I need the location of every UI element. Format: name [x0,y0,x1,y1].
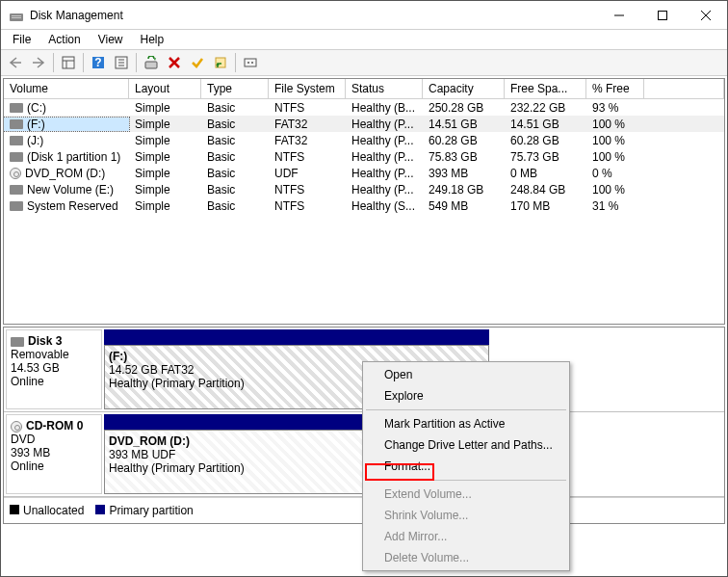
menu-item-change-drive-letter-and-paths[interactable]: Change Drive Letter and Paths... [365,434,567,456]
menu-item-add-mirror: Add Mirror... [365,526,567,547]
dvd-icon [10,168,21,179]
menu-separator [366,409,566,410]
disk-kind: Removable [11,348,69,361]
menu-item-format[interactable]: Format... [365,456,567,477]
disk-info[interactable]: CD-ROM 0DVD393 MBOnline [6,414,102,494]
volume-type: Basic [201,150,269,164]
volume-list: Volume Layout Type File System Status Ca… [3,78,725,325]
volume-row[interactable]: (F:)SimpleBasicFAT32Healthy (P...14.51 G… [4,116,724,132]
forward-button[interactable] [28,52,49,73]
volume-row[interactable]: System ReservedSimpleBasicNTFSHealthy (S… [4,197,724,214]
menu-item-explore[interactable]: Explore [365,385,567,407]
maximize-button[interactable] [640,1,684,30]
back-button[interactable] [5,52,26,73]
col-pctfree[interactable]: % Free [586,79,644,98]
col-status[interactable]: Status [346,79,423,98]
svg-rect-1 [12,15,21,16]
menu-action[interactable]: Action [40,31,88,48]
volume-row[interactable]: (C:)SimpleBasicNTFSHealthy (B...250.28 G… [4,99,724,116]
disk-icon [10,152,23,162]
properties-button[interactable] [187,52,208,73]
volume-row[interactable]: New Volume (E:)SimpleBasicNTFSHealthy (P… [4,181,724,197]
col-capacity[interactable]: Capacity [423,79,505,98]
refresh-button[interactable] [111,52,132,73]
menu-separator [366,480,566,481]
volume-row[interactable]: (J:)SimpleBasicFAT32Healthy (P...60.28 G… [4,132,724,148]
rescan-button[interactable] [141,52,162,73]
toolbar: ? [1,49,727,76]
delete-button[interactable] [164,52,185,73]
volume-capacity: 250.28 GB [423,101,505,115]
menu-help[interactable]: Help [133,31,172,48]
show-hide-button[interactable] [58,52,79,73]
volume-fs: NTFS [269,183,346,197]
volume-status: Healthy (P... [346,118,423,131]
volume-status: Healthy (P... [346,167,423,180]
volume-layout: Simple [129,118,201,131]
toolbar-separator [136,53,137,72]
volume-layout: Simple [129,101,201,115]
volume-name: (Disk 1 partition 1) [27,150,120,164]
partition-label: (F:) [109,350,127,363]
menu-item-mark-partition-as-active[interactable]: Mark Partition as Active [365,413,567,434]
menu-item-open[interactable]: Open [365,364,567,385]
close-button[interactable] [684,1,727,30]
volume-fs: FAT32 [269,134,346,147]
volume-free: 14.51 GB [505,118,586,131]
partition-status: Healthy (Primary Partition) [109,461,245,475]
help-button[interactable]: ? [88,52,109,73]
volume-name: (C:) [27,101,46,115]
volume-status: Healthy (B... [346,101,423,115]
disk-kind: DVD [11,433,35,446]
disk-state: Online [11,459,44,473]
svg-rect-18 [245,59,256,66]
disk-info[interactable]: Disk 3Removable14.53 GBOnline [6,329,102,409]
volume-status: Healthy (P... [346,134,423,147]
volume-free: 60.28 GB [505,134,586,147]
partition-size: 393 MB UDF [109,448,175,461]
legend-unallocated: Unallocated [10,504,84,517]
volume-capacity: 549 MB [423,199,505,213]
volume-capacity: 14.51 GB [423,118,505,131]
col-freespace[interactable]: Free Spa... [505,79,586,98]
col-type[interactable]: Type [201,79,269,98]
col-volume[interactable]: Volume [4,79,129,98]
settings-button[interactable] [240,52,261,73]
volume-status: Healthy (P... [346,183,423,197]
minimize-button[interactable] [597,1,640,30]
menu-file[interactable]: File [5,31,39,48]
volume-row[interactable]: (Disk 1 partition 1)SimpleBasicNTFSHealt… [4,148,724,165]
volume-row[interactable]: DVD_ROM (D:)SimpleBasicUDFHealthy (P...3… [4,165,724,181]
disk-name: CD-ROM 0 [26,419,83,433]
disk-icon [11,337,24,347]
volume-layout: Simple [129,150,201,164]
toolbar-separator [235,53,236,72]
menu-view[interactable]: View [91,31,131,48]
volume-pct: 0 % [586,167,644,180]
volume-capacity: 60.28 GB [423,134,505,147]
volume-layout: Simple [129,167,201,180]
volume-free: 170 MB [505,199,586,213]
volume-name: (F:) [27,118,45,131]
disk-state: Online [11,375,44,388]
menu-item-extend-volume: Extend Volume... [365,484,567,505]
volume-status: Healthy (S... [346,199,423,213]
volume-pct: 93 % [586,101,644,115]
volume-name: System Reserved [27,199,118,213]
new-button[interactable] [210,52,231,73]
partition-size: 14.52 GB FAT32 [109,363,195,377]
volume-type: Basic [201,199,269,213]
partition-status: Healthy (Primary Partition) [109,377,245,390]
volume-type: Basic [201,167,269,180]
disk-size: 14.53 GB [11,361,60,375]
volume-fs: FAT32 [269,118,346,131]
disk-icon [10,136,23,145]
window-title: Disk Management [30,9,597,22]
volume-fs: NTFS [269,150,346,164]
volume-name: New Volume (E:) [27,183,114,197]
volume-pct: 100 % [586,150,644,164]
col-layout[interactable]: Layout [129,79,201,98]
dvd-icon [11,421,22,433]
volume-type: Basic [201,101,269,115]
col-filesystem[interactable]: File System [269,79,346,98]
